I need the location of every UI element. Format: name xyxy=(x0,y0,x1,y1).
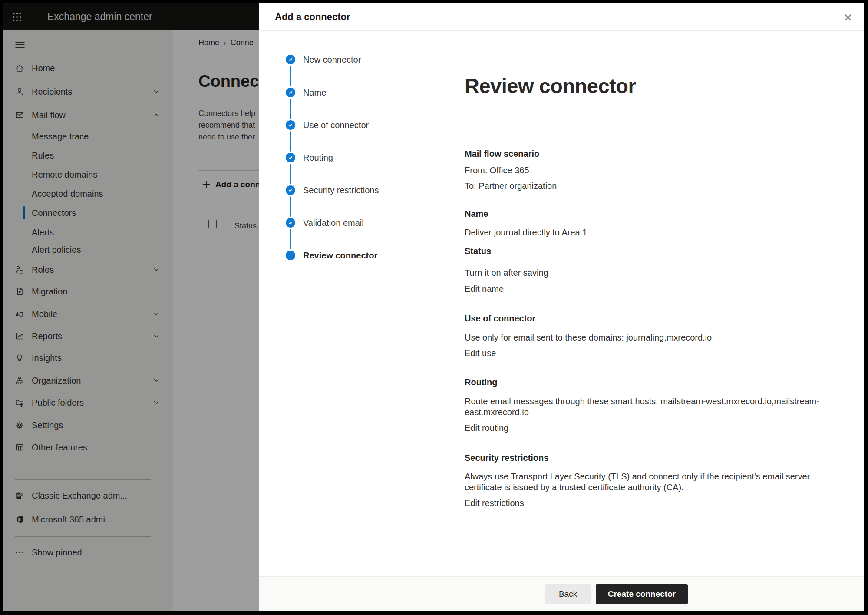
header-divider xyxy=(259,30,864,31)
app-window: Exchange admin center HomeRecipientsMail… xyxy=(3,3,864,611)
wizard-step-review-connector[interactable]: Review connector xyxy=(259,246,432,265)
wizard-step-label: Use of connector xyxy=(303,119,369,131)
review-value-line: east.mxrecord.io xyxy=(465,407,819,418)
add-connector-panel: Add a connector New connectorNameUse of … xyxy=(259,3,864,611)
panel-title: Add a connector xyxy=(275,11,350,23)
edit-name-link[interactable]: Edit name xyxy=(465,284,504,294)
completed-step-check-icon xyxy=(286,120,295,130)
review-value-line: certificate is issued by a trusted certi… xyxy=(465,482,810,493)
edit-use-link[interactable]: Edit use xyxy=(465,348,496,359)
wizard-divider xyxy=(437,31,437,576)
create-connector-button[interactable]: Create connector xyxy=(596,584,688,604)
wizard-step-label: Security restrictions xyxy=(303,185,379,196)
review-value-line: Route email messages through these smart… xyxy=(465,396,819,407)
current-step-circle xyxy=(286,251,295,260)
review-section-title: Use of connector xyxy=(465,313,535,324)
review-value: Use only for email sent to these domains… xyxy=(465,332,712,343)
review-value: Route email messages through these smart… xyxy=(465,396,819,418)
review-section-title: Routing xyxy=(465,377,498,388)
wizard-step-label: Routing xyxy=(303,152,333,163)
wizard-step-new-connector[interactable]: New connector xyxy=(259,50,432,69)
completed-step-check-icon xyxy=(286,185,295,195)
wizard-step-label: New connector xyxy=(303,54,361,65)
edit-restrictions-link[interactable]: Edit restrictions xyxy=(465,498,524,509)
review-value-line: Always use Transport Layer Security (TLS… xyxy=(465,471,810,482)
review-value: Turn it on after saving xyxy=(465,268,548,278)
panel-footer: Back Create connector xyxy=(259,576,864,611)
review-section-title: Security restrictions xyxy=(465,453,548,463)
wizard-step-label: Name xyxy=(303,87,326,98)
wizard-step-name[interactable]: Name xyxy=(259,83,432,102)
completed-step-check-icon xyxy=(286,88,295,97)
wizard-step-use-of-connector[interactable]: Use of connector xyxy=(259,116,432,135)
wizard-step-label: Validation email xyxy=(303,217,364,228)
wizard-step-label: Review connector xyxy=(303,250,377,261)
completed-step-check-icon xyxy=(286,55,295,64)
completed-step-check-icon xyxy=(286,218,295,228)
wizard-step-routing[interactable]: Routing xyxy=(259,148,432,167)
review-section-title: Mail flow scenario xyxy=(465,149,539,159)
review-value: Always use Transport Layer Security (TLS… xyxy=(465,471,810,493)
wizard-step-security-restrictions[interactable]: Security restrictions xyxy=(259,181,432,200)
review-section-title: Name xyxy=(465,208,488,219)
wizard-step-validation-email[interactable]: Validation email xyxy=(259,213,432,232)
review-value: Deliver journal directly to Area 1 xyxy=(465,227,587,238)
back-button[interactable]: Back xyxy=(545,584,591,604)
review-value: To: Partner organization xyxy=(465,181,557,192)
review-value: From: Office 365 xyxy=(465,165,529,176)
edit-routing-link[interactable]: Edit routing xyxy=(465,423,508,433)
close-icon[interactable] xyxy=(842,12,854,23)
review-section-title: Status xyxy=(465,246,491,257)
review-heading: Review connector xyxy=(465,74,636,98)
completed-step-check-icon xyxy=(286,153,295,162)
